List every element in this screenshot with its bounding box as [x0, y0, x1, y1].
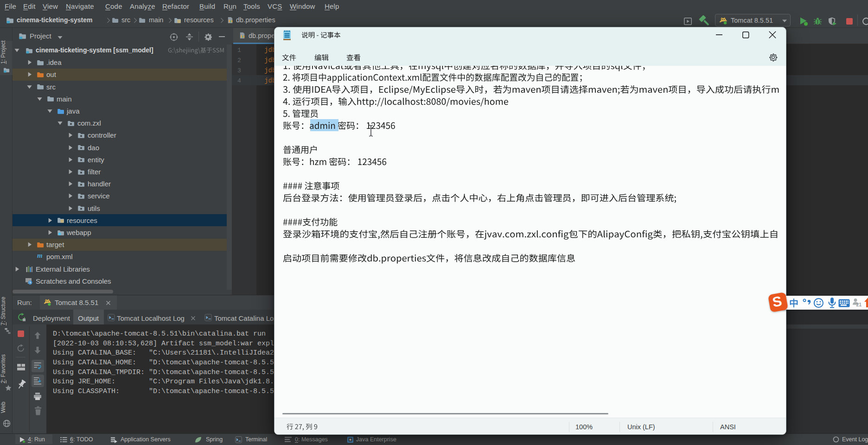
svg-text:21: 21 [856, 302, 862, 307]
